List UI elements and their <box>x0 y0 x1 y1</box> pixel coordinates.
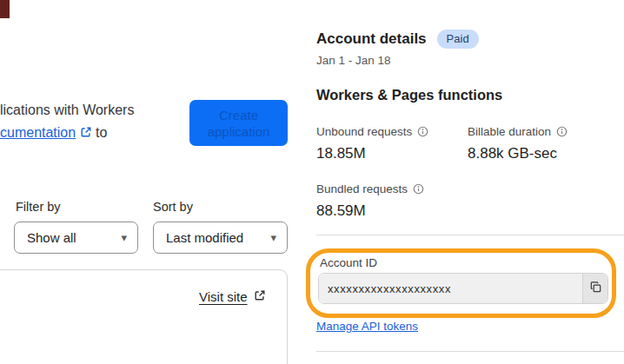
stat-label-text: Unbound requests <box>316 125 412 138</box>
filter-by-label: Filter by <box>16 200 61 214</box>
info-icon[interactable] <box>417 126 428 137</box>
copy-button[interactable] <box>582 274 607 303</box>
stat-label-bundled: Bundled requests <box>316 182 424 195</box>
divider <box>316 235 624 235</box>
stat-value-unbound: 18.85M <box>316 145 366 162</box>
info-icon[interactable] <box>556 126 568 137</box>
manage-api-tokens-link[interactable]: Manage API tokens <box>316 320 418 333</box>
filter-dropdown-value: Show all <box>27 230 76 245</box>
usage-section-title: Workers & Pages functions <box>316 87 502 103</box>
account-id-field-group <box>318 273 608 304</box>
intro-paragraph: lications with Workers cumentation to <box>0 99 134 145</box>
external-link-icon <box>254 289 266 304</box>
sort-dropdown-value: Last modified <box>166 230 243 245</box>
billing-date-range: Jan 1 - Jan 18 <box>316 54 391 67</box>
stat-label-unbound: Unbound requests <box>316 125 428 138</box>
stat-label-billable: Billable duration <box>468 125 568 138</box>
documentation-link[interactable]: cumentation <box>0 125 76 140</box>
visit-site-label: Visit site <box>199 289 248 304</box>
filter-dropdown[interactable]: Show all ▾ <box>14 222 138 254</box>
stat-label-text: Billable duration <box>468 125 551 138</box>
external-link-icon <box>80 122 92 145</box>
visit-site-link[interactable]: Visit site <box>199 289 266 304</box>
copy-icon <box>589 281 602 296</box>
screenshot-corner-artifact <box>0 0 10 18</box>
account-id-label: Account ID <box>320 256 377 269</box>
stat-label-text: Bundled requests <box>316 182 408 195</box>
account-details-header: Account details Paid <box>316 30 479 49</box>
divider <box>316 351 624 352</box>
account-id-input[interactable] <box>319 274 582 303</box>
sort-by-label: Sort by <box>153 200 193 214</box>
chevron-down-icon: ▾ <box>270 231 276 244</box>
paid-badge: Paid <box>437 30 479 49</box>
sort-dropdown[interactable]: Last modified ▾ <box>153 222 288 254</box>
chevron-down-icon: ▾ <box>121 231 127 244</box>
intro-line-2: cumentation to <box>0 122 134 145</box>
project-card <box>0 269 288 364</box>
create-application-button[interactable]: Create application <box>189 100 288 146</box>
stat-value-bundled: 88.59M <box>316 202 366 220</box>
intro-after-link: to <box>96 125 107 140</box>
workers-pages-dashboard: lications with Workers cumentation to Cr… <box>0 0 624 364</box>
info-icon[interactable] <box>413 183 424 195</box>
account-details-title: Account details <box>316 30 427 48</box>
stat-value-billable: 8.88k GB-sec <box>468 145 557 162</box>
intro-line-1: lications with Workers <box>0 99 134 122</box>
